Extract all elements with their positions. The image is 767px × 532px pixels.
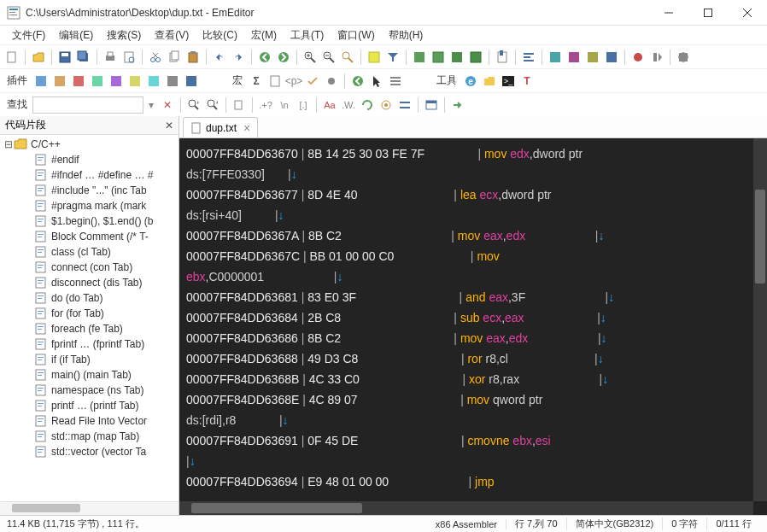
macro-doc-icon[interactable]: [266, 73, 284, 90]
editor-line[interactable]: |↓: [186, 451, 760, 471]
find-next-icon[interactable]: [204, 96, 221, 114]
snippets-tree[interactable]: ⊟ C/C++ #endif#ifndef … #define … ##incl…: [0, 135, 179, 501]
redo-icon[interactable]: [230, 49, 247, 66]
find-window-icon[interactable]: [423, 96, 440, 114]
play-icon[interactable]: [648, 49, 665, 66]
tree-item[interactable]: if (if Tab): [0, 352, 179, 367]
find-target-icon[interactable]: [378, 96, 395, 114]
find-dropdown-icon[interactable]: ▾: [145, 99, 157, 111]
editor-line[interactable]: ds:[7FFE0330] |↓: [186, 164, 760, 184]
tree-item[interactable]: #pragma mark (mark: [0, 198, 179, 213]
plugin-icon-1[interactable]: [32, 73, 50, 90]
plugin-icon-4[interactable]: [89, 73, 106, 90]
tool-cmd-icon[interactable]: >_: [500, 73, 517, 90]
undo-icon[interactable]: [211, 49, 228, 66]
menu-macro[interactable]: 宏(M): [244, 26, 284, 44]
find-list-icon[interactable]: [396, 96, 413, 114]
find-newline-icon[interactable]: \n: [276, 96, 293, 114]
menu-view[interactable]: 查看(V): [148, 26, 196, 44]
csv4-icon[interactable]: [467, 49, 484, 66]
macro-go-icon[interactable]: [349, 73, 366, 90]
print-preview-icon[interactable]: [120, 49, 138, 66]
macro-check-icon[interactable]: [304, 73, 321, 90]
plugin-icon-3[interactable]: [70, 73, 87, 90]
editor-line[interactable]: 00007FF84DD63677 | 8D 4E 40 | lea ecx,dw…: [186, 184, 760, 205]
copy-icon[interactable]: [166, 49, 183, 66]
tree-item[interactable]: #ifndef … #define … #: [0, 167, 179, 183]
editor-line[interactable]: ds:[rsi+40] |↓: [186, 205, 760, 225]
marker2-icon[interactable]: [565, 49, 583, 66]
bookmark-icon[interactable]: [494, 49, 511, 66]
menu-file[interactable]: 文件(F): [5, 26, 52, 44]
tree-item[interactable]: for (for Tab): [0, 306, 179, 321]
paste-icon[interactable]: [184, 49, 202, 66]
editor-line[interactable]: 00007FF84DD63681 | 83 E0 3F | and eax,3F…: [186, 287, 760, 307]
csv-icon[interactable]: [411, 49, 428, 66]
macro-list-icon[interactable]: [387, 73, 404, 90]
csv3-icon[interactable]: [448, 49, 465, 66]
collapse-icon[interactable]: ⊟: [3, 138, 14, 150]
editor-vscroll[interactable]: [753, 138, 767, 501]
editor-line[interactable]: 00007FF84DD63686 | 8B C2 | mov eax,edx |…: [186, 328, 760, 348]
config-icon[interactable]: [675, 49, 692, 66]
find-word-icon[interactable]: .W.: [340, 96, 357, 114]
menu-edit[interactable]: 编辑(E): [52, 26, 100, 44]
tree-item[interactable]: #endif: [0, 152, 179, 167]
marker4-icon[interactable]: [603, 49, 620, 66]
save-all-icon[interactable]: [75, 49, 92, 66]
minimize-button[interactable]: [649, 0, 688, 26]
find-go-icon[interactable]: [449, 96, 466, 114]
editor-line[interactable]: 00007FF84DD63684 | 2B C8 | sub ecx,eax |…: [186, 307, 760, 328]
find-wrap-icon[interactable]: [359, 96, 376, 114]
tree-item[interactable]: namespace (ns Tab): [0, 383, 179, 398]
find-regex-icon[interactable]: .+?: [257, 96, 274, 114]
close-button[interactable]: [728, 0, 767, 26]
menu-help[interactable]: 帮助(H): [382, 26, 430, 44]
tree-item[interactable]: printf … (printf Tab): [0, 398, 179, 413]
menu-compare[interactable]: 比较(C): [196, 26, 244, 44]
tree-root[interactable]: ⊟ C/C++: [0, 137, 179, 152]
macro-sigma-icon[interactable]: Σ: [248, 73, 265, 90]
zoom-in-icon[interactable]: [302, 49, 319, 66]
new-icon[interactable]: [3, 49, 20, 66]
menu-window[interactable]: 窗口(W): [331, 26, 381, 44]
maximize-button[interactable]: [688, 0, 728, 26]
plugin-icon-7[interactable]: [145, 73, 162, 90]
macro-gear-icon[interactable]: [323, 73, 340, 90]
editor-line[interactable]: 00007FF84DD63694 | E9 48 01 00 00 | jmp: [186, 471, 760, 492]
tree-item[interactable]: disconnect (dis Tab): [0, 275, 179, 290]
macro-cursor-icon[interactable]: [368, 73, 385, 90]
tree-item[interactable]: foreach (fe Tab): [0, 321, 179, 336]
tree-item[interactable]: class (cl Tab): [0, 244, 179, 260]
marker1-icon[interactable]: [547, 49, 564, 66]
editor-line[interactable]: 00007FF84DD6367C | BB 01 00 00 C0 | mov: [186, 246, 760, 266]
open-icon[interactable]: [30, 49, 47, 66]
find-bracket-icon[interactable]: [.]: [295, 96, 312, 114]
find-input[interactable]: [32, 96, 143, 114]
tree-item[interactable]: connect (con Tab): [0, 260, 179, 275]
editor-line[interactable]: 00007FF84DD6368B | 4C 33 C0 | xor r8,rax…: [186, 369, 760, 389]
highlight-icon[interactable]: [366, 49, 383, 66]
tree-item[interactable]: Read File Into Vector: [0, 413, 179, 429]
editor-line[interactable]: 00007FF84DD63670 | 8B 14 25 30 03 FE 7F …: [186, 143, 760, 164]
editor-line[interactable]: 00007FF84DD6368E | 4C 89 07 | mov qword …: [186, 389, 760, 410]
tool-text-icon[interactable]: T: [518, 73, 536, 90]
tree-item[interactable]: fprintf … (fprintf Tab): [0, 336, 179, 352]
macro-tag-icon[interactable]: <p>: [285, 73, 302, 90]
editor-line[interactable]: 00007FF84DD6367A | 8B C2 | mov eax,edx |…: [186, 225, 760, 246]
tool-ie-icon[interactable]: e: [462, 73, 479, 90]
status-lang[interactable]: x86 Assembler: [427, 519, 506, 529]
tree-item[interactable]: Block Comment (/* T-: [0, 229, 179, 244]
plugin-icon-8[interactable]: [164, 73, 181, 90]
editor-line[interactable]: 00007FF84DD63688 | 49 D3 C8 | ror r8,cl …: [186, 348, 760, 369]
panel-hscroll[interactable]: [0, 501, 179, 515]
editor-hscroll[interactable]: [179, 501, 753, 515]
tree-item[interactable]: std::vector (vector Ta: [0, 444, 179, 459]
tool-explorer-icon[interactable]: [481, 73, 498, 90]
snippets-close-icon[interactable]: ✕: [165, 120, 173, 132]
cut-icon[interactable]: [147, 49, 164, 66]
tree-item[interactable]: $1.begin(), $1.end() (b: [0, 213, 179, 229]
tree-item[interactable]: std::map (map Tab): [0, 429, 179, 444]
plugin-icon-9[interactable]: [183, 73, 200, 90]
record-icon[interactable]: [629, 49, 647, 66]
